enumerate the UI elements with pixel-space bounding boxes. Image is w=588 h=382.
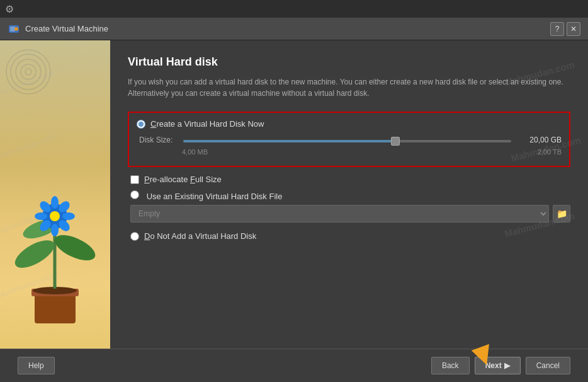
svg-point-12 xyxy=(11,235,59,274)
description-text: If you wish you can add a virtual hard d… xyxy=(128,76,570,99)
svg-rect-1 xyxy=(10,26,15,32)
dialog-title: Create Virtual Machine xyxy=(25,24,550,33)
existing-file-dropdown[interactable]: Empty xyxy=(130,205,549,223)
svg-point-5 xyxy=(16,59,41,84)
title-bar-controls: ? ✕ xyxy=(550,22,580,36)
svg-point-2 xyxy=(14,27,18,31)
pre-allocate-row: Pre-allocate Full Size xyxy=(128,170,570,185)
browse-folder-button[interactable]: 📁 xyxy=(553,205,570,223)
help-button[interactable]: Help xyxy=(18,357,55,374)
virtualbox-icon xyxy=(8,23,20,35)
svg-point-18 xyxy=(51,224,59,236)
existing-file-row: Empty 📁 xyxy=(130,205,570,223)
svg-point-7 xyxy=(25,69,31,75)
create-new-label: Create a Virtual Hard Disk Now xyxy=(150,119,264,129)
create-new-radio-row: Create a Virtual Hard Disk Now xyxy=(137,119,562,129)
left-illustration: Mahmudan.com Mahmudan.com Mahmudan.com M… xyxy=(0,40,110,349)
pre-allocate-label: Pre-allocate Full Size xyxy=(144,175,222,184)
do-not-add-row: Do Not Add a Virtual Hard Disk xyxy=(128,225,570,241)
svg-point-20 xyxy=(62,212,75,220)
create-new-radio[interactable] xyxy=(137,120,145,129)
svg-point-19 xyxy=(35,212,47,220)
toolbar-icon-1: ⚙ xyxy=(5,3,14,15)
use-existing-section: Use an Existing Virtual Hard Disk File E… xyxy=(128,185,570,225)
svg-point-3 xyxy=(6,50,50,94)
disk-size-value: 20,00 GB xyxy=(517,136,562,144)
close-button[interactable]: ✕ xyxy=(567,22,580,36)
range-max-label: 2,00 TB xyxy=(538,148,562,156)
disk-size-slider[interactable] xyxy=(183,140,511,142)
svg-point-6 xyxy=(21,64,36,79)
folder-icon: 📁 xyxy=(557,209,567,219)
pre-allocate-checkbox[interactable] xyxy=(130,175,139,184)
do-not-add-radio[interactable] xyxy=(130,232,139,241)
do-not-add-label: Do Not Add a Virtual Hard Disk xyxy=(144,231,256,241)
svg-point-16 xyxy=(50,211,60,221)
title-bar: Create Virtual Machine ? ✕ xyxy=(0,18,588,40)
create-vm-dialog: Create Virtual Machine ? ✕ Mahmudan.com … xyxy=(0,18,588,382)
use-existing-radio[interactable] xyxy=(130,190,139,199)
range-labels: 4,00 MB 2,00 TB xyxy=(182,148,562,156)
fingerprint-decoration xyxy=(3,47,54,97)
slider-container xyxy=(183,135,511,144)
back-button[interactable]: Back xyxy=(431,357,470,374)
use-existing-label: Use an Existing Virtual Hard Disk File xyxy=(130,190,570,201)
next-arrow-icon: ▶ xyxy=(504,361,510,370)
disk-size-row: Disk Size: 20,00 GB xyxy=(139,135,562,144)
svg-point-13 xyxy=(51,230,99,266)
svg-point-17 xyxy=(51,196,59,209)
right-buttons: Back Next ▶ Cancel xyxy=(431,357,570,374)
section-title: Virtual Hard disk xyxy=(128,55,570,69)
right-panel: Virtual Hard disk If you wish you can ad… xyxy=(110,40,588,349)
cancel-button[interactable]: Cancel xyxy=(526,357,570,374)
svg-rect-8 xyxy=(35,292,76,323)
next-button[interactable]: Next ▶ xyxy=(475,357,521,374)
help-title-button[interactable]: ? xyxy=(550,22,564,36)
plant-illustration xyxy=(9,153,101,342)
toolbar: ⚙ xyxy=(0,0,588,18)
create-new-option-box: Create a Virtual Hard Disk Now Disk Size… xyxy=(128,112,570,167)
option-group: Create a Virtual Hard Disk Now Disk Size… xyxy=(128,112,570,241)
disk-size-label: Disk Size: xyxy=(139,136,177,144)
dialog-body: Mahmudan.com Mahmudan.com Mahmudan.com M… xyxy=(0,40,588,349)
button-bar: Help Back Next ▶ Cancel xyxy=(0,349,588,382)
range-min-label: 4,00 MB xyxy=(182,148,208,156)
